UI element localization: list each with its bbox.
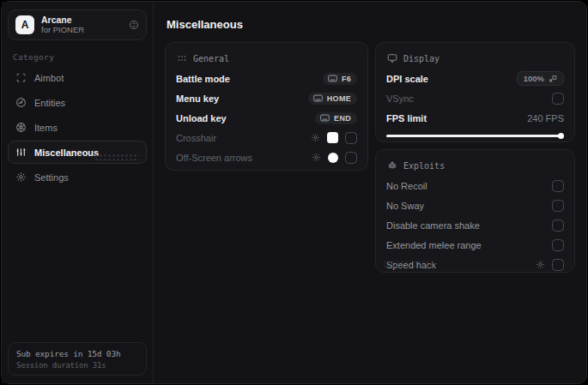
keybind-button[interactable]: F6	[323, 73, 357, 85]
setting-row-crosshair: Crosshair	[176, 128, 357, 147]
keybind-button[interactable]: HOME	[308, 93, 357, 105]
setting-row-battle-mode: Battle mode F6	[176, 69, 357, 88]
panel-exploits: Exploits No Recoil No Sway Disable camer…	[375, 149, 575, 273]
subscription-info: Sub expires in 15d 03h Session duration …	[8, 342, 147, 376]
main-content: Miscellaneous General Battle mode	[154, 2, 586, 383]
setting-row-disable-camera-shake: Disable camera shake	[386, 215, 564, 235]
keyboard-icon	[320, 114, 330, 122]
sidebar-item-miscellaneous[interactable]: Miscellaneous	[8, 141, 147, 164]
decorative-dots	[94, 153, 139, 160]
sidebar: A Arcane for PIONER Category Aimbot	[2, 2, 154, 383]
fps-value: 240 FPS	[527, 113, 564, 123]
sidebar-item-label: Items	[34, 123, 58, 133]
crosshair-checkbox[interactable]	[345, 132, 357, 144]
setting-label: Extended melee range	[386, 240, 482, 250]
panel-general: General Battle mode F6 Menu key	[165, 42, 368, 171]
keybind-button[interactable]: END	[315, 112, 357, 124]
sidebar-item-entities[interactable]: Entities	[8, 91, 147, 114]
sidebar-nav: Aimbot Entities Items	[8, 65, 147, 189]
setting-label: Disable camera shake	[386, 220, 480, 231]
scan-icon	[15, 72, 27, 83]
fps-slider-knob[interactable]	[558, 133, 564, 139]
setting-row-menu-key: Menu key HOME	[176, 88, 357, 108]
panel-title: General	[193, 54, 229, 63]
setting-label: Battle mode	[176, 74, 230, 84]
gear-icon[interactable]	[536, 260, 545, 269]
gear-icon[interactable]	[312, 153, 321, 162]
setting-row-no-sway: No Sway	[386, 196, 564, 215]
setting-label: No Sway	[386, 201, 424, 211]
keyboard-icon	[328, 75, 337, 82]
gear-icon	[15, 171, 27, 183]
offscreen-arrows-checkbox[interactable]	[345, 152, 357, 164]
sidebar-item-label: Aimbot	[34, 73, 64, 83]
color-swatch[interactable]	[328, 153, 338, 163]
category-label: Category	[13, 52, 147, 62]
disable-camera-shake-checkbox[interactable]	[552, 220, 564, 232]
radar-icon	[15, 97, 27, 108]
setting-label: VSync	[386, 93, 414, 104]
scale-icon	[549, 75, 557, 83]
bug-icon	[387, 160, 397, 171]
setting-label: FPS limit	[386, 113, 427, 123]
setting-row-fps-limit: FPS limit 240 FPS	[386, 108, 564, 128]
setting-label: Off-Screen arrows	[176, 153, 252, 163]
setting-label: Menu key	[176, 93, 219, 104]
monitor-icon	[387, 53, 397, 63]
setting-label: No Recoil	[386, 181, 427, 191]
no-recoil-checkbox[interactable]	[552, 180, 564, 192]
keyboard-icon	[313, 94, 323, 102]
sidebar-item-label: Entities	[34, 98, 65, 108]
app-subtitle: for PIONER	[41, 26, 122, 35]
sidebar-item-label: Settings	[34, 172, 69, 183]
sync-icon[interactable]	[129, 20, 139, 30]
sliders-icon	[15, 147, 27, 158]
vsync-checkbox[interactable]	[552, 93, 564, 105]
sidebar-item-label: Miscellaneous	[34, 147, 99, 158]
app-name: Arcane	[41, 15, 122, 25]
grid-dots-icon	[177, 53, 187, 63]
sub-expires-text: Sub expires in 15d 03h	[16, 349, 138, 358]
fps-slider[interactable]	[386, 133, 564, 139]
setting-row-extended-melee-range: Extended melee range	[386, 235, 564, 255]
session-duration-text: Session duration 31s	[16, 361, 138, 370]
dpi-scale-select[interactable]: 100%	[517, 71, 564, 86]
panel-title: Display	[403, 54, 439, 63]
speed-hack-checkbox[interactable]	[552, 259, 564, 271]
color-swatch[interactable]	[327, 132, 338, 143]
sidebar-item-aimbot[interactable]: Aimbot	[8, 66, 147, 89]
fps-slider-fill	[386, 135, 561, 137]
extended-melee-range-checkbox[interactable]	[552, 239, 564, 251]
setting-label: Crosshair	[176, 133, 216, 143]
sidebar-item-settings[interactable]: Settings	[8, 165, 147, 189]
gear-icon[interactable]	[311, 133, 320, 142]
app-window: A Arcane for PIONER Category Aimbot	[1, 1, 587, 384]
page-title: Miscellaneous	[167, 18, 575, 31]
setting-label: DPI scale	[386, 74, 428, 84]
setting-label: Unload key	[176, 113, 227, 123]
setting-row-vsync: VSync	[386, 88, 564, 108]
no-sway-checkbox[interactable]	[552, 200, 564, 212]
brand-card: A Arcane for PIONER	[8, 9, 147, 40]
setting-row-no-recoil: No Recoil	[386, 176, 564, 196]
panel-title: Exploits	[403, 161, 445, 171]
sidebar-item-items[interactable]: Items	[8, 116, 147, 139]
app-logo: A	[15, 15, 34, 34]
decorative-dots	[383, 260, 433, 268]
setting-row-offscreen-arrows: Off-Screen arrows	[176, 147, 357, 167]
setting-row-unload-key: Unload key END	[176, 108, 357, 128]
setting-row-dpi-scale: DPI scale 100%	[386, 69, 564, 88]
package-icon	[15, 122, 27, 133]
panel-display: Display DPI scale 100%	[375, 42, 575, 142]
